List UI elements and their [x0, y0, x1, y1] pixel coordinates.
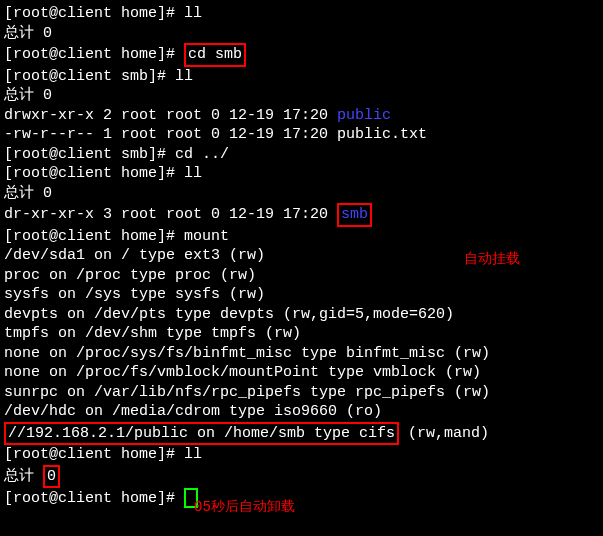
prompt: [root@client home]#: [4, 490, 184, 507]
perms: dr-xr-xr-x 3 root root 0 12-19 17:20: [4, 206, 337, 223]
highlight-cd-smb: cd smb: [184, 43, 246, 67]
prompt-line: [root@client home]# mount: [4, 227, 599, 247]
prompt-line: [root@client smb]# cd ../: [4, 145, 599, 165]
prompt: [root@client home]#: [4, 165, 184, 182]
highlight-cifs-mount: //192.168.2.1/public on /home/smb type c…: [4, 422, 399, 446]
annotation-autounmount: 05秒后自动卸载: [194, 498, 295, 512]
listing-line: drwxr-xr-x 2 root root 0 12-19 17:20 pub…: [4, 106, 599, 126]
prompt: [root@client home]#: [4, 46, 184, 63]
command: ll: [184, 446, 202, 463]
total-label: 总计: [4, 468, 43, 485]
output-line: sunrpc on /var/lib/nfs/rpc_pipefs type r…: [4, 383, 599, 403]
prompt: [root@client smb]#: [4, 146, 175, 163]
prompt-line: [root@client home]# ll: [4, 445, 599, 465]
prompt: [root@client home]#: [4, 446, 184, 463]
highlight-smb-dir: smb: [337, 203, 372, 227]
prompt-line: [root@client home]# cd smb: [4, 43, 599, 67]
prompt-line: [root@client home]# ll: [4, 164, 599, 184]
command: ll: [175, 68, 193, 85]
prompt-line: [root@client home]#: [4, 488, 599, 508]
command: mount: [184, 228, 229, 245]
output-line: sysfs on /sys type sysfs (rw): [4, 285, 599, 305]
command: ll: [184, 5, 202, 22]
listing-line: dr-xr-xr-x 3 root root 0 12-19 17:20 smb: [4, 203, 599, 227]
terminal-output: [root@client home]# ll 总计 0 [root@client…: [4, 4, 599, 508]
output-line: proc on /proc type proc (rw): [4, 266, 599, 286]
output-line: /dev/hdc on /media/cdrom type iso9660 (r…: [4, 402, 599, 422]
output-line: devpts on /dev/pts type devpts (rw,gid=5…: [4, 305, 599, 325]
annotation-automount: 自动挂载: [464, 250, 520, 268]
output-line: none on /proc/sys/fs/binfmt_misc type bi…: [4, 344, 599, 364]
output-line: 总计 0: [4, 184, 599, 204]
dir-name: public: [337, 107, 391, 124]
prompt: [root@client home]#: [4, 228, 184, 245]
output-line: none on /proc/fs/vmblock/mountPoint type…: [4, 363, 599, 383]
listing-line: -rw-r--r-- 1 root root 0 12-19 17:20 pub…: [4, 125, 599, 145]
prompt: [root@client smb]#: [4, 68, 175, 85]
mount-rest: (rw,mand): [399, 425, 489, 442]
command: ll: [184, 165, 202, 182]
prompt-line: [root@client smb]# ll: [4, 67, 599, 87]
output-line: //192.168.2.1/public on /home/smb type c…: [4, 422, 599, 446]
command: cd ../: [175, 146, 229, 163]
perms: drwxr-xr-x 2 root root 0 12-19 17:20: [4, 107, 337, 124]
prompt-line: [root@client home]# ll: [4, 4, 599, 24]
prompt: [root@client home]#: [4, 5, 184, 22]
output-line: 总计 0: [4, 86, 599, 106]
output-line: tmpfs on /dev/shm type tmpfs (rw): [4, 324, 599, 344]
output-line: 总计 0: [4, 465, 599, 489]
output-line: 总计 0: [4, 24, 599, 44]
highlight-zero: 0: [43, 465, 60, 489]
